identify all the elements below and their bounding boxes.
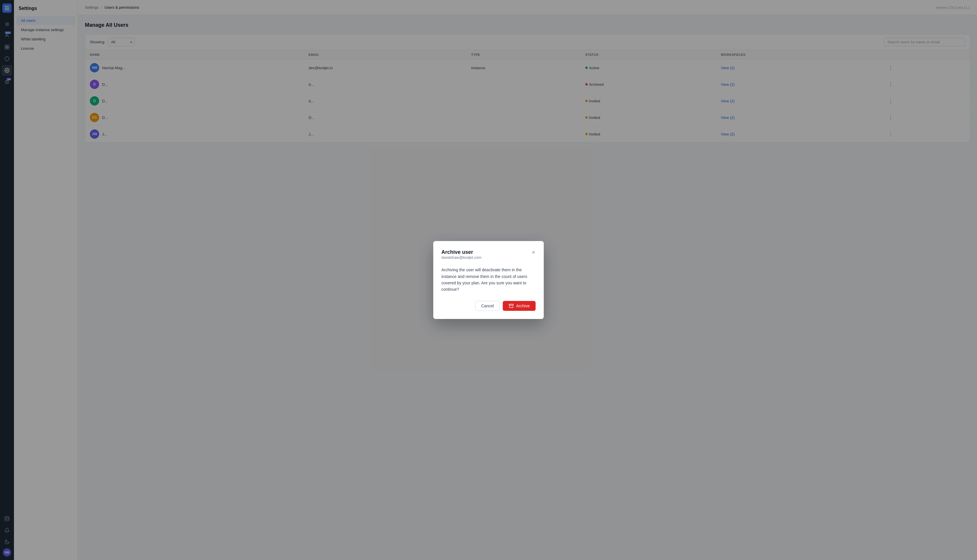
svg-rect-9 bbox=[509, 304, 514, 305]
modal-title-group: Archive user davidshaw@tooljet.com bbox=[442, 249, 481, 265]
archive-button[interactable]: Archive bbox=[503, 301, 535, 311]
modal-overlay: Archive user davidshaw@tooljet.com × Arc… bbox=[78, 15, 977, 560]
archive-button-label: Archive bbox=[516, 303, 530, 308]
modal-footer: Cancel Archive bbox=[442, 301, 535, 311]
cancel-button[interactable]: Cancel bbox=[475, 301, 500, 311]
archive-user-modal: Archive user davidshaw@tooljet.com × Arc… bbox=[433, 241, 544, 319]
archive-icon bbox=[509, 303, 514, 308]
modal-header: Archive user davidshaw@tooljet.com × bbox=[442, 249, 535, 265]
page-body: Manage All Users Showing All Active Arch… bbox=[78, 15, 977, 560]
modal-subtitle: davidshaw@tooljet.com bbox=[442, 255, 481, 260]
modal-title: Archive user bbox=[442, 249, 481, 255]
main-content: Settings › Users & permissions Version 2… bbox=[78, 0, 977, 560]
modal-body: Archiving the user will deactivate them … bbox=[442, 267, 535, 293]
modal-close-button[interactable]: × bbox=[531, 249, 535, 255]
